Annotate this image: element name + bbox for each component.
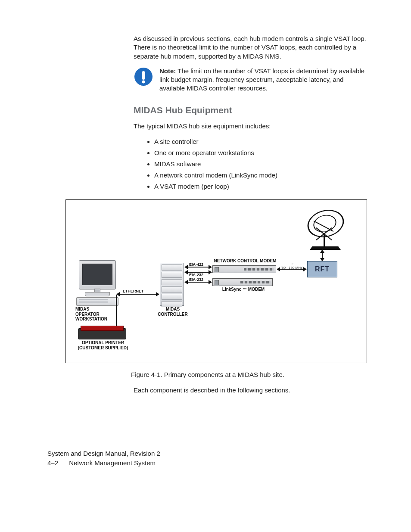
printer-label: OPTIONAL PRINTER (CUSTOMER SUPPLIED) <box>72 340 134 350</box>
footer-section: Network Management System <box>69 459 156 467</box>
eia232-label: EIA-232 <box>189 277 203 282</box>
page-footer: System and Design Manual, Revision 2 4–2… <box>47 449 160 468</box>
keyboard-icon <box>76 297 118 306</box>
after-caption-text: Each component is described in the follo… <box>134 386 366 395</box>
linksync-label: LinkSync ™ MODEM <box>218 287 269 292</box>
svg-rect-1 <box>142 71 145 80</box>
list-item: MIDAS software <box>154 159 366 169</box>
section-heading: MIDAS Hub Equipment <box>134 104 366 116</box>
controller-tower-icon <box>160 263 184 306</box>
controller-label: MIDAS CONTROLLER <box>156 307 189 317</box>
linksync-modem-icon <box>212 278 273 286</box>
list-item: A VSAT modem (per loop) <box>154 181 366 192</box>
rft-box: RFT <box>307 261 337 277</box>
network-control-modem-icon <box>212 265 276 273</box>
ncm-label: NETWORK CONTROL MODEM <box>211 258 280 264</box>
list-item: A site controller <box>154 137 366 147</box>
if-label: IF (50 - 180 MHz) <box>279 262 305 270</box>
list-intro: The typical MIDAS hub site equipment inc… <box>134 122 366 131</box>
connector-line <box>117 294 159 295</box>
ethernet-label: ETHERNET <box>123 289 144 293</box>
connector-line <box>322 250 323 261</box>
note-block: Note: The limit on the number of VSAT lo… <box>134 67 366 93</box>
alert-icon <box>134 67 153 87</box>
note-label: Note: <box>159 67 176 75</box>
workstation-label: MIDAS OPERATOR WORKSTATION <box>75 307 118 322</box>
printer-icon <box>78 328 126 339</box>
eia232-label: EIA-232 <box>189 273 203 277</box>
figure-4-1: RFT IF (50 - 180 MHz) NETWORK CONTROL MO… <box>65 199 367 363</box>
list-item: One or more operator workstations <box>154 148 366 158</box>
intro-paragraph: As discussed in previous sections, each … <box>134 34 366 61</box>
eia422-label: EIA-422 <box>189 262 203 267</box>
list-item: A network control modem (LinkSync mode) <box>154 170 366 180</box>
footer-line1: System and Design Manual, Revision 2 <box>47 449 160 458</box>
workstation-icon <box>79 260 116 289</box>
figure-caption: Figure 4-1. Primary components at a MIDA… <box>47 371 368 378</box>
svg-point-2 <box>142 80 145 83</box>
page-number: 4–2 <box>47 459 67 467</box>
equipment-list: A site controller One or more operator w… <box>134 137 366 192</box>
antenna-icon <box>307 205 344 242</box>
note-text: The limit on the number of VSAT loops is… <box>159 67 364 92</box>
connector-line <box>116 295 117 329</box>
